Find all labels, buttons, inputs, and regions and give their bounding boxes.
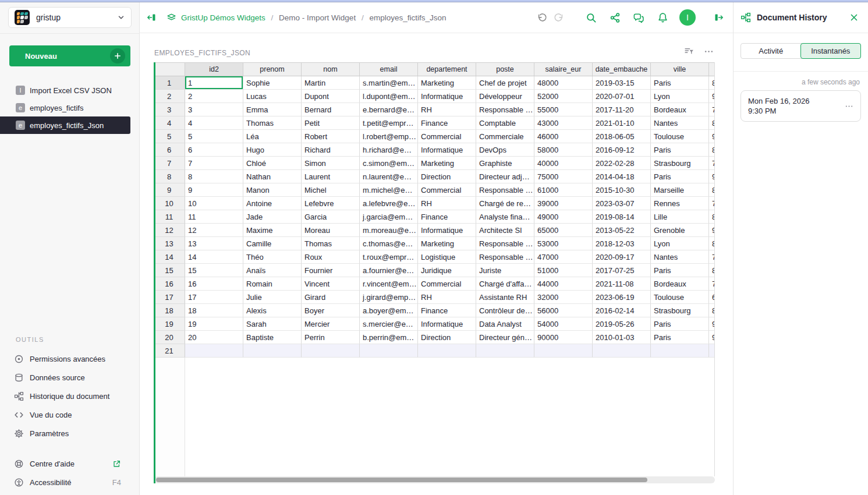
cell-id2[interactable]: 5 (185, 130, 243, 143)
cell-ville[interactable]: Paris (651, 317, 709, 331)
cell-poste[interactable]: Juriste (476, 264, 534, 277)
breadcrumb-workspace-link[interactable]: GristUp Démos Widgets (181, 13, 265, 22)
cell-id2[interactable]: 9 (185, 183, 243, 197)
row-number[interactable]: 17 (154, 291, 185, 304)
cell-email[interactable]: c.thomas@e… (360, 237, 418, 250)
cell-prenom[interactable]: Sophie (243, 76, 302, 90)
cell-date_embauche[interactable]: 2018-06-05 (593, 130, 651, 143)
row-number[interactable]: 11 (154, 210, 185, 224)
row-number[interactable]: 7 (154, 157, 185, 170)
cell-date_embauche[interactable]: 2015-10-30 (593, 183, 651, 197)
cell-email[interactable]: h.richard@e… (360, 143, 418, 157)
row-number[interactable]: 12 (154, 224, 185, 237)
cell-departement[interactable]: Finance (418, 304, 476, 317)
cell-date_embauche[interactable]: 2022-02-28 (593, 157, 651, 170)
row-number[interactable]: 10 (154, 197, 185, 210)
tool-item-Accessibilité[interactable]: AccessibilitéF4 (0, 473, 140, 492)
cell-poste[interactable]: Responsable … (476, 183, 534, 197)
cell-prenom[interactable]: Nathan (243, 170, 302, 183)
cell-nom[interactable]: Fournier (302, 264, 360, 277)
cell-ville[interactable]: Nantes (651, 250, 709, 264)
cell-poste[interactable]: Directeur gén… (476, 331, 534, 344)
cell-salaire_eur[interactable]: 47000 (534, 250, 593, 264)
cell-prenom[interactable]: Emma (243, 103, 302, 116)
cell-departement[interactable]: Direction (418, 331, 476, 344)
cell-poste[interactable]: DevOps (476, 143, 534, 157)
table-menu-dots-icon[interactable] (703, 46, 714, 56)
cell-id2[interactable]: 4 (185, 116, 243, 130)
cell-salaire_eur[interactable]: 75000 (534, 170, 593, 183)
sidebar-page-Import Excel CSV JSON[interactable]: IImport Excel CSV JSON (0, 82, 140, 99)
column-header-id2[interactable]: id2 (185, 62, 243, 76)
cell-ville[interactable]: Paris (651, 331, 709, 344)
cell-salaire_eur[interactable]: 53000 (534, 237, 593, 250)
cell-salaire_eur[interactable]: 48000 (534, 76, 593, 90)
row-number[interactable]: 21 (154, 344, 185, 358)
cell-departement[interactable]: RH (418, 103, 476, 116)
cell-date_embauche[interactable]: 2020-07-01 (593, 90, 651, 103)
cell-nom[interactable]: Boyer (302, 304, 360, 317)
add-row-cell[interactable] (243, 344, 302, 358)
cell-departement[interactable]: RH (418, 291, 476, 304)
cell-salaire_eur[interactable]: 55000 (534, 103, 593, 116)
cell-departement[interactable]: Juridique (418, 264, 476, 277)
cell-salaire_eur[interactable]: 49000 (534, 210, 593, 224)
cell-nom[interactable]: Lefebvre (302, 197, 360, 210)
cell-email[interactable]: l.robert@emp… (360, 130, 418, 143)
cell-nom[interactable]: Girard (302, 291, 360, 304)
cell-poste[interactable]: Architecte SI (476, 224, 534, 237)
cell-departement[interactable]: Finance (418, 116, 476, 130)
collapse-sidebar-button[interactable] (146, 13, 157, 22)
cell-ville[interactable]: Marseille (651, 183, 709, 197)
cell-nom[interactable]: Perrin (302, 331, 360, 344)
cell-poste[interactable]: Responsable … (476, 103, 534, 116)
grid-corner-cell[interactable] (154, 62, 185, 76)
cell-salaire_eur[interactable]: 46000 (534, 130, 593, 143)
cell-email[interactable]: j.girard@emp… (360, 291, 418, 304)
row-number[interactable]: 14 (154, 250, 185, 264)
cell-nom[interactable]: Mercier (302, 317, 360, 331)
cell-id2[interactable]: 19 (185, 317, 243, 331)
breadcrumb-page[interactable]: employes_fictifs_Json (369, 13, 446, 22)
cell-poste[interactable]: Chef de projet (476, 76, 534, 90)
cell-prenom[interactable]: Chloé (243, 157, 302, 170)
cell-poste[interactable]: Chargé de re… (476, 197, 534, 210)
cell-salaire_eur[interactable]: 52000 (534, 90, 593, 103)
cell-prenom[interactable]: Lucas (243, 90, 302, 103)
cell-salaire_eur[interactable]: 65000 (534, 224, 593, 237)
cell-email[interactable]: t.petit@empr… (360, 116, 418, 130)
column-header-ville[interactable]: ville (651, 62, 709, 76)
cell-salaire_eur[interactable]: 39000 (534, 197, 593, 210)
row-number[interactable]: 5 (154, 130, 185, 143)
table-title[interactable]: EMPLOYES_FICTIFS_JSON (154, 49, 250, 57)
redo-button[interactable] (552, 12, 564, 23)
cell-nom[interactable]: Simon (302, 157, 360, 170)
cell-departement[interactable]: Marketing (418, 237, 476, 250)
add-row-cell[interactable] (302, 344, 360, 358)
cell-prenom[interactable]: Hugo (243, 143, 302, 157)
cell-email[interactable]: m.michel@e… (360, 183, 418, 197)
cell-nom[interactable]: Petit (302, 116, 360, 130)
cell-prenom[interactable]: Manon (243, 183, 302, 197)
cell-email[interactable]: a.fournier@e… (360, 264, 418, 277)
add-row-cell[interactable] (185, 344, 243, 358)
cell-date_embauche[interactable]: 2014-04-18 (593, 170, 651, 183)
cell-nom[interactable]: Garcia (302, 210, 360, 224)
cell-nom[interactable]: Dupont (302, 90, 360, 103)
cell-date_embauche[interactable]: 2010-01-03 (593, 331, 651, 344)
cell-salaire_eur[interactable]: 54000 (534, 317, 593, 331)
cell-poste[interactable]: Développeur (476, 90, 534, 103)
cell-salaire_eur[interactable]: 56000 (534, 304, 593, 317)
row-number[interactable]: 13 (154, 237, 185, 250)
cell-date_embauche[interactable]: 2021-01-10 (593, 116, 651, 130)
tool-item-Paramètres[interactable]: Paramètres (0, 424, 140, 443)
comments-icon[interactable] (633, 12, 644, 23)
row-number[interactable]: 3 (154, 103, 185, 116)
cell-date_embauche[interactable]: 2018-12-03 (593, 237, 651, 250)
cell-departement[interactable]: Informatique (418, 317, 476, 331)
cell-ville[interactable]: Lyon (651, 237, 709, 250)
cell-prenom[interactable]: Julie (243, 291, 302, 304)
cell-departement[interactable]: Logistique (418, 250, 476, 264)
cell-salaire_eur[interactable]: 51000 (534, 264, 593, 277)
snapshot-card[interactable]: Mon Feb 16, 2026 9:30 PM (741, 90, 861, 122)
